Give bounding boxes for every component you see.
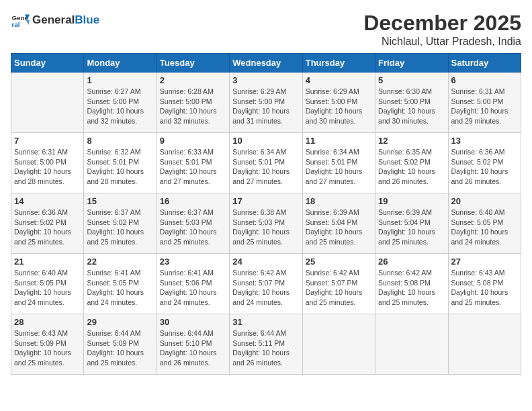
col-friday: Friday [375,54,448,73]
cell-w1d0 [11,73,84,133]
logo-blue: Blue [75,13,99,26]
cell-w2d6: 13Sunrise: 6:36 AM Sunset: 5:02 PM Dayli… [448,133,521,193]
col-sunday: Sunday [11,54,84,73]
cell-w3d0: 14Sunrise: 6:36 AM Sunset: 5:02 PM Dayli… [11,193,84,254]
day-number: 21 [14,257,81,267]
day-number: 10 [232,136,299,146]
cell-w1d4: 4Sunrise: 6:29 AM Sunset: 5:00 PM Daylig… [302,73,375,133]
day-info: Sunrise: 6:29 AM Sunset: 5:00 PM Dayligh… [232,87,299,126]
cell-w4d6: 27Sunrise: 6:43 AM Sunset: 5:08 PM Dayli… [448,254,521,314]
cell-w5d5 [375,314,448,375]
day-info: Sunrise: 6:44 AM Sunset: 5:11 PM Dayligh… [232,328,299,368]
day-info: Sunrise: 6:39 AM Sunset: 5:04 PM Dayligh… [306,208,372,247]
week-row-4: 21Sunrise: 6:40 AM Sunset: 5:05 PM Dayli… [11,254,521,314]
month-title: December 2025 [363,11,521,36]
cell-w2d4: 11Sunrise: 6:34 AM Sunset: 5:01 PM Dayli… [302,133,375,193]
cell-w1d1: 1Sunrise: 6:27 AM Sunset: 5:00 PM Daylig… [84,73,157,133]
cell-w3d4: 18Sunrise: 6:39 AM Sunset: 5:04 PM Dayli… [302,193,375,254]
cell-w4d0: 21Sunrise: 6:40 AM Sunset: 5:05 PM Dayli… [11,254,84,314]
day-number: 23 [160,257,226,267]
title-area: December 2025 Nichlaul, Uttar Pradesh, I… [363,11,521,48]
day-info: Sunrise: 6:32 AM Sunset: 5:01 PM Dayligh… [87,147,153,187]
cell-w5d3: 31Sunrise: 6:44 AM Sunset: 5:11 PM Dayli… [230,314,302,375]
week-row-3: 14Sunrise: 6:36 AM Sunset: 5:02 PM Dayli… [11,193,521,254]
cell-w3d3: 17Sunrise: 6:38 AM Sunset: 5:03 PM Dayli… [230,193,302,254]
day-number: 29 [87,317,153,327]
day-number: 5 [378,75,445,85]
cell-w2d3: 10Sunrise: 6:34 AM Sunset: 5:01 PM Dayli… [230,133,302,193]
day-info: Sunrise: 6:31 AM Sunset: 5:00 PM Dayligh… [14,147,81,187]
day-number: 18 [306,196,372,206]
day-number: 2 [160,75,226,85]
day-info: Sunrise: 6:35 AM Sunset: 5:02 PM Dayligh… [378,147,445,187]
logo-icon: Gene ral [11,11,30,30]
col-thursday: Thursday [302,54,375,73]
day-info: Sunrise: 6:41 AM Sunset: 5:05 PM Dayligh… [87,268,153,308]
day-number: 14 [14,196,81,206]
day-info: Sunrise: 6:39 AM Sunset: 5:04 PM Dayligh… [378,208,445,247]
day-info: Sunrise: 6:38 AM Sunset: 5:03 PM Dayligh… [232,208,299,247]
day-number: 7 [14,136,81,146]
week-row-1: 1Sunrise: 6:27 AM Sunset: 5:00 PM Daylig… [11,73,521,133]
cell-w3d2: 16Sunrise: 6:37 AM Sunset: 5:03 PM Dayli… [157,193,229,254]
day-number: 8 [87,136,153,146]
week-row-2: 7Sunrise: 6:31 AM Sunset: 5:00 PM Daylig… [11,133,521,193]
day-info: Sunrise: 6:43 AM Sunset: 5:09 PM Dayligh… [14,328,81,368]
day-number: 24 [232,257,299,267]
day-info: Sunrise: 6:34 AM Sunset: 5:01 PM Dayligh… [232,147,299,187]
day-number: 11 [306,136,372,146]
day-number: 28 [14,317,81,327]
col-wednesday: Wednesday [230,54,302,73]
day-info: Sunrise: 6:30 AM Sunset: 5:00 PM Dayligh… [378,87,445,126]
col-saturday: Saturday [448,54,521,73]
cell-w3d6: 20Sunrise: 6:40 AM Sunset: 5:05 PM Dayli… [448,193,521,254]
day-info: Sunrise: 6:42 AM Sunset: 5:07 PM Dayligh… [232,268,299,308]
day-number: 12 [378,136,445,146]
day-number: 30 [160,317,226,327]
day-info: Sunrise: 6:29 AM Sunset: 5:00 PM Dayligh… [306,87,372,126]
cell-w5d0: 28Sunrise: 6:43 AM Sunset: 5:09 PM Dayli… [11,314,84,375]
cell-w4d5: 26Sunrise: 6:42 AM Sunset: 5:08 PM Dayli… [375,254,448,314]
calendar-table: Sunday Monday Tuesday Wednesday Thursday… [11,53,521,375]
cell-w4d1: 22Sunrise: 6:41 AM Sunset: 5:05 PM Dayli… [84,254,157,314]
day-number: 17 [232,196,299,206]
day-info: Sunrise: 6:42 AM Sunset: 5:07 PM Dayligh… [306,268,372,308]
cell-w2d1: 8Sunrise: 6:32 AM Sunset: 5:01 PM Daylig… [84,133,157,193]
header-row: Sunday Monday Tuesday Wednesday Thursday… [11,54,521,73]
cell-w4d2: 23Sunrise: 6:41 AM Sunset: 5:06 PM Dayli… [157,254,229,314]
day-info: Sunrise: 6:28 AM Sunset: 5:00 PM Dayligh… [160,87,226,126]
day-number: 3 [232,75,299,85]
day-info: Sunrise: 6:40 AM Sunset: 5:05 PM Dayligh… [14,268,81,308]
cell-w5d4 [302,314,375,375]
day-info: Sunrise: 6:40 AM Sunset: 5:05 PM Dayligh… [451,208,518,247]
day-number: 27 [451,257,518,267]
day-info: Sunrise: 6:41 AM Sunset: 5:06 PM Dayligh… [160,268,226,308]
day-number: 20 [451,196,518,206]
cell-w2d5: 12Sunrise: 6:35 AM Sunset: 5:02 PM Dayli… [375,133,448,193]
header: Gene ral GeneralBlue December 2025 Nichl… [11,11,521,48]
col-monday: Monday [84,54,157,73]
day-info: Sunrise: 6:37 AM Sunset: 5:03 PM Dayligh… [160,208,226,247]
day-number: 1 [87,75,153,85]
day-info: Sunrise: 6:44 AM Sunset: 5:09 PM Dayligh… [87,328,153,368]
day-info: Sunrise: 6:27 AM Sunset: 5:00 PM Dayligh… [87,87,153,126]
col-tuesday: Tuesday [157,54,229,73]
day-info: Sunrise: 6:36 AM Sunset: 5:02 PM Dayligh… [14,208,81,247]
day-info: Sunrise: 6:44 AM Sunset: 5:10 PM Dayligh… [160,328,226,368]
cell-w1d3: 3Sunrise: 6:29 AM Sunset: 5:00 PM Daylig… [230,73,302,133]
location-title: Nichlaul, Uttar Pradesh, India [363,36,521,48]
svg-text:ral: ral [11,21,19,28]
day-number: 13 [451,136,518,146]
week-row-5: 28Sunrise: 6:43 AM Sunset: 5:09 PM Dayli… [11,314,521,375]
logo-general: General [32,13,75,26]
day-number: 15 [87,196,153,206]
cell-w2d2: 9Sunrise: 6:33 AM Sunset: 5:01 PM Daylig… [157,133,229,193]
day-number: 31 [232,317,299,327]
cell-w3d1: 15Sunrise: 6:37 AM Sunset: 5:02 PM Dayli… [84,193,157,254]
cell-w3d5: 19Sunrise: 6:39 AM Sunset: 5:04 PM Dayli… [375,193,448,254]
day-number: 9 [160,136,226,146]
day-number: 6 [451,75,518,85]
cell-w5d1: 29Sunrise: 6:44 AM Sunset: 5:09 PM Dayli… [84,314,157,375]
day-number: 26 [378,257,445,267]
day-info: Sunrise: 6:34 AM Sunset: 5:01 PM Dayligh… [306,147,372,187]
